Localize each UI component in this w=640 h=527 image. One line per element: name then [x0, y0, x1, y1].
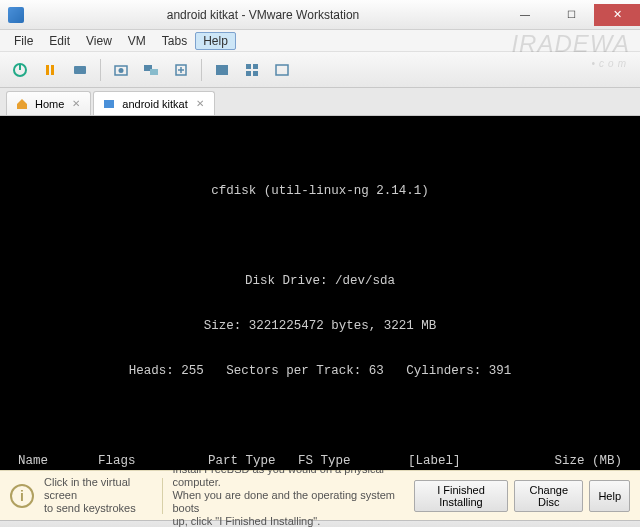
suspend-button[interactable]	[36, 57, 64, 83]
tab-vm-label: android kitkat	[122, 98, 187, 110]
table-header: Name Flags Part Type FS Type [Label] Siz…	[0, 454, 640, 469]
svg-rect-2	[46, 65, 49, 75]
menu-view[interactable]: View	[78, 32, 120, 50]
close-button[interactable]	[594, 4, 640, 26]
finished-installing-button[interactable]: I Finished Installing	[414, 480, 508, 512]
svg-rect-12	[253, 64, 258, 69]
maximize-button[interactable]	[548, 4, 594, 26]
info-icon: i	[10, 484, 34, 508]
menu-help[interactable]: Help	[195, 32, 236, 50]
window-title: android kitkat - VMware Workstation	[24, 8, 502, 22]
tab-strip: Home ✕ android kitkat ✕	[0, 88, 640, 116]
cfdisk-header: cfdisk (util-linux-ng 2.14.1)	[0, 184, 640, 199]
tab-home-close[interactable]: ✕	[70, 98, 82, 110]
menu-edit[interactable]: Edit	[41, 32, 78, 50]
window-titlebar: android kitkat - VMware Workstation	[0, 0, 640, 30]
tab-vm[interactable]: android kitkat ✕	[93, 91, 214, 115]
menu-tabs[interactable]: Tabs	[154, 32, 195, 50]
svg-rect-15	[276, 65, 288, 75]
fullscreen-button[interactable]	[208, 57, 236, 83]
snapshot-manager-button[interactable]	[137, 57, 165, 83]
vm-icon	[102, 97, 116, 111]
cfdisk-geom: Heads: 255 Sectors per Track: 63 Cylinde…	[0, 364, 640, 379]
install-msg: Install FreeBSD as you would on a physic…	[172, 463, 403, 527]
settings-button[interactable]	[66, 57, 94, 83]
menu-file[interactable]: File	[6, 32, 41, 50]
install-hint-bar: i Click in the virtual screento send key…	[0, 470, 640, 520]
svg-rect-14	[253, 71, 258, 76]
tab-home[interactable]: Home ✕	[6, 91, 91, 115]
install-help-button[interactable]: Help	[589, 480, 630, 512]
svg-point-6	[119, 68, 124, 73]
svg-rect-11	[246, 64, 251, 69]
svg-rect-4	[74, 66, 86, 74]
home-icon	[15, 97, 29, 111]
svg-rect-8	[150, 69, 158, 75]
minimize-button[interactable]	[502, 4, 548, 26]
console-view-button[interactable]	[268, 57, 296, 83]
svg-rect-16	[104, 100, 114, 108]
svg-rect-10	[216, 65, 228, 75]
revert-button[interactable]	[167, 57, 195, 83]
change-disc-button[interactable]: Change Disc	[514, 480, 583, 512]
power-on-button[interactable]	[6, 57, 34, 83]
menu-vm[interactable]: VM	[120, 32, 154, 50]
svg-rect-3	[51, 65, 54, 75]
cfdisk-size: Size: 3221225472 bytes, 3221 MB	[0, 319, 640, 334]
toolbar	[0, 52, 640, 88]
vm-console[interactable]: cfdisk (util-linux-ng 2.14.1) Disk Drive…	[0, 116, 640, 470]
click-hint: Click in the virtual screento send keyst…	[44, 476, 152, 515]
app-icon	[8, 7, 24, 23]
unity-button[interactable]	[238, 57, 266, 83]
tab-vm-close[interactable]: ✕	[194, 98, 206, 110]
snapshot-button[interactable]	[107, 57, 135, 83]
tab-home-label: Home	[35, 98, 64, 110]
svg-rect-13	[246, 71, 251, 76]
menu-bar: File Edit View VM Tabs Help	[0, 30, 640, 52]
cfdisk-drive: Disk Drive: /dev/sda	[0, 274, 640, 289]
